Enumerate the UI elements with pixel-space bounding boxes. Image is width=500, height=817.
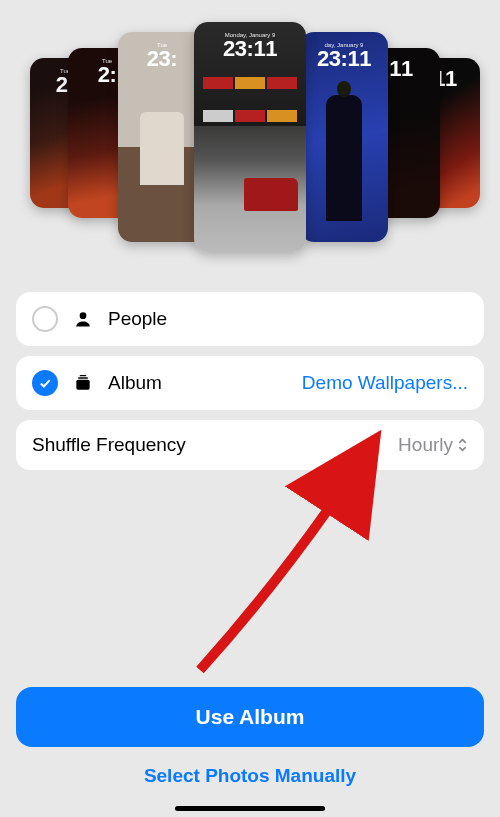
shuffle-frequency-row[interactable]: Shuffle Frequency Hourly <box>16 420 484 470</box>
svg-rect-1 <box>76 380 89 390</box>
option-album-value[interactable]: Demo Wallpapers... <box>302 372 468 394</box>
bottom-actions: Use Album Select Photos Manually <box>16 687 484 793</box>
album-stack-icon <box>72 373 94 393</box>
wallpaper-preview-strip: Tue 2: Tue 2: Tue 23: Monday, January 9 … <box>0 10 500 270</box>
svg-rect-3 <box>80 375 87 376</box>
lockscreen-time: 2: <box>98 62 117 88</box>
source-options-group: People Album Demo Wallpapers... Shuffle … <box>16 292 484 480</box>
lockscreen-time: 23:11 <box>223 36 277 62</box>
wallpaper-thumb-center[interactable]: Monday, January 9 23:11 <box>194 22 306 252</box>
svg-point-0 <box>80 312 87 319</box>
option-people-label: People <box>108 308 167 330</box>
option-album-row[interactable]: Album Demo Wallpapers... <box>16 356 484 410</box>
option-people-row[interactable]: People <box>16 292 484 346</box>
shuffle-frequency-label: Shuffle Frequency <box>32 434 384 456</box>
lockscreen-date: Tue <box>102 58 112 64</box>
lockscreen-time: 23:11 <box>317 46 371 72</box>
home-indicator[interactable] <box>175 806 325 811</box>
shuffle-frequency-value-text: Hourly <box>398 434 453 456</box>
use-album-button[interactable]: Use Album <box>16 687 484 747</box>
wallpaper-thumb[interactable]: Tue 23: <box>118 32 206 242</box>
person-icon <box>72 309 94 329</box>
chevron-up-down-icon <box>457 436 468 454</box>
lockscreen-time: 23: <box>147 46 177 72</box>
lockscreen-date: Monday, January 9 <box>225 32 276 38</box>
radio-unselected-icon[interactable] <box>32 306 58 332</box>
radio-selected-icon[interactable] <box>32 370 58 396</box>
lockscreen-date: day, January 9 <box>325 42 364 48</box>
option-album-label: Album <box>108 372 162 394</box>
select-photos-manually-button[interactable]: Select Photos Manually <box>16 747 484 793</box>
lockscreen-date: Tue <box>157 42 167 48</box>
wallpaper-thumb[interactable]: day, January 9 23:11 <box>300 32 388 242</box>
shuffle-frequency-value[interactable]: Hourly <box>398 434 468 456</box>
lockscreen-time: 11 <box>389 56 412 82</box>
svg-rect-2 <box>78 377 88 379</box>
